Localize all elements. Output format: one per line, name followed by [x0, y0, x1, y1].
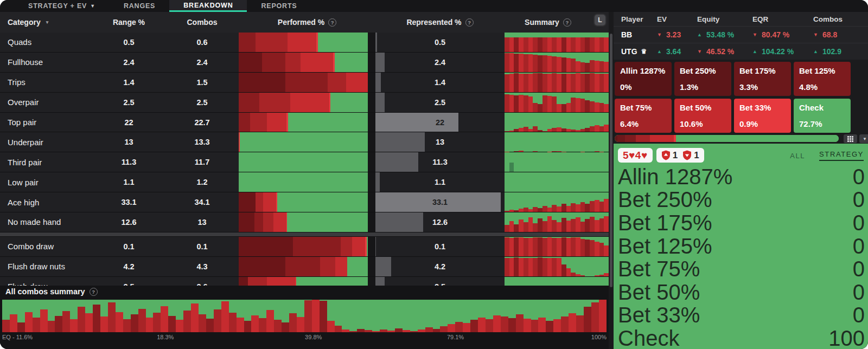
help-icon[interactable]: ? — [465, 18, 474, 27]
histogram-bar — [595, 200, 599, 212]
performed-stacked-bar — [239, 93, 368, 112]
grid-view-button[interactable] — [844, 134, 857, 143]
performed-segment — [239, 237, 293, 256]
table-row[interactable]: Top pair2222.722 — [0, 113, 609, 133]
histogram-bar — [547, 37, 552, 52]
table-row[interactable]: Underpair1313.313 — [0, 132, 609, 152]
table-row[interactable]: Ace high33.134.133.1 — [0, 192, 609, 212]
histogram-bar — [599, 61, 604, 72]
tab-ranges[interactable]: RANGES — [110, 0, 169, 12]
action-label: Bet 50% — [680, 103, 726, 112]
dropdown-button[interactable]: ▼ — [859, 134, 868, 143]
action-button[interactable]: Bet 175%3.3% — [734, 62, 791, 96]
histogram-bar — [595, 151, 599, 152]
action-button[interactable]: Bet 125%4.8% — [794, 62, 851, 96]
histogram-bar — [546, 321, 553, 332]
stats-header-combos: Combos — [813, 15, 868, 23]
histogram-bar — [584, 307, 591, 332]
arrow-up-icon: ▲ — [657, 49, 662, 54]
histogram-bar — [40, 309, 48, 332]
histogram-bar — [552, 96, 557, 112]
histogram-bar — [595, 275, 599, 276]
column-header-represented[interactable]: Represented % ? — [375, 18, 505, 27]
histogram-bar — [566, 268, 571, 276]
stats-header-player: Player — [621, 15, 657, 23]
summary-chart-cell — [505, 192, 609, 212]
axis-label: 100% — [591, 334, 607, 340]
action-button[interactable]: Allin 1287%0% — [615, 62, 672, 96]
histogram-bar — [508, 318, 516, 332]
table-row[interactable]: Trips1.41.51.4 — [0, 73, 609, 93]
action-button[interactable]: Bet 50%10.6% — [674, 99, 731, 133]
column-header-summary[interactable]: Summary ? — [505, 18, 591, 27]
range-percent-cell: 22 — [92, 113, 165, 132]
column-header-combos[interactable]: Combos — [165, 18, 239, 27]
table-row[interactable]: Flush draw nuts4.24.34.2 — [0, 257, 609, 277]
stat-value: 104.22 % — [762, 47, 794, 56]
histogram-bar — [576, 73, 580, 92]
histogram-bar — [191, 303, 199, 332]
action-button[interactable]: Bet 33%0.9% — [734, 99, 791, 133]
strategy-action-value: 0 — [853, 234, 865, 258]
histogram-bar — [505, 53, 509, 72]
histogram-bar — [566, 37, 571, 52]
tab-reports[interactable]: REPORTS — [247, 0, 311, 12]
column-header-category[interactable]: Category ▾ — [0, 18, 92, 27]
summary-chart-cell — [505, 257, 609, 276]
performed-segment — [335, 53, 368, 72]
histogram-bar — [85, 313, 93, 332]
histogram-bar — [590, 240, 595, 256]
strategy-list-row: Bet 175%0 — [618, 211, 865, 235]
column-header-range[interactable]: Range % — [92, 18, 165, 27]
histogram-bar — [519, 237, 524, 256]
table-row[interactable]: Third pair11.311.711.3 — [0, 152, 609, 172]
table-row[interactable]: Overpair2.52.52.5 — [0, 93, 609, 113]
histogram-bar — [552, 151, 557, 152]
histogram-bar — [547, 56, 552, 72]
tab-breakdown[interactable]: BREAKDOWN — [169, 0, 247, 12]
scrollbar-thumb[interactable] — [610, 34, 612, 287]
action-label: Bet 250% — [680, 66, 726, 75]
histogram-bar — [576, 274, 580, 276]
histogram-bar — [312, 300, 320, 332]
panel-tab-all[interactable]: ALL — [790, 152, 805, 160]
histogram-bar — [478, 318, 486, 332]
histogram-bar — [533, 151, 538, 152]
table-row[interactable]: Combo draw0.10.10.1 — [0, 237, 609, 257]
action-button[interactable]: Bet 75%6.4% — [615, 99, 672, 133]
stat-value: 46.52 % — [706, 47, 734, 56]
histogram-bar — [509, 238, 514, 256]
help-icon[interactable]: ? — [90, 288, 98, 296]
histogram-bar — [595, 37, 599, 52]
performed-segment — [293, 237, 341, 256]
histogram-bar — [524, 258, 528, 276]
histogram-bar — [542, 55, 547, 72]
help-icon[interactable]: ? — [328, 18, 336, 27]
combos-cell: 22.7 — [165, 113, 239, 132]
histogram-bar — [108, 302, 116, 332]
histogram-bar — [519, 74, 524, 92]
performed-stacked-bar — [239, 53, 368, 72]
performed-bar-cell — [239, 152, 368, 172]
performed-stacked-bar — [239, 237, 368, 256]
tab-strategy-ev[interactable]: STRATEGY + EV ▼ — [14, 0, 110, 12]
tab-label: REPORTS — [261, 2, 297, 10]
legend-key-button[interactable]: L — [595, 15, 605, 25]
histogram-bar — [585, 240, 590, 256]
column-gap — [368, 257, 375, 276]
table-row[interactable]: Low pair1.11.21.1 — [0, 172, 609, 192]
action-button[interactable]: Bet 250%1.3% — [674, 62, 731, 96]
action-button[interactable]: Check72.7% — [794, 99, 851, 133]
table-row[interactable]: No made hand12.61312.6 — [0, 212, 609, 232]
panel-tab-strategy[interactable]: STRATEGY — [819, 150, 864, 161]
vertical-scrollbar[interactable] — [609, 12, 614, 349]
table-row[interactable]: Fullhouse2.42.42.4 — [0, 53, 609, 73]
histogram-bar — [552, 205, 557, 212]
histogram-bar — [599, 152, 604, 152]
column-header-performed[interactable]: Performed % ? — [239, 18, 375, 27]
performed-bar-cell — [239, 33, 368, 52]
histogram-bar — [524, 319, 531, 332]
histogram-bar — [62, 311, 70, 332]
help-icon[interactable]: ? — [563, 18, 571, 27]
table-row[interactable]: Quads0.50.60.5 — [0, 33, 609, 53]
